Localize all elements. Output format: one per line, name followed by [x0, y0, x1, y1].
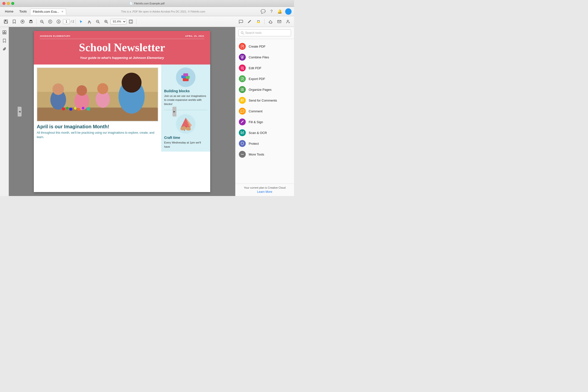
- zoom-in-btn[interactable]: [102, 18, 110, 26]
- section-divider: [164, 110, 207, 110]
- pencil-btn[interactable]: [246, 18, 254, 26]
- scan-ocr-label: Scan & OCR: [249, 131, 267, 135]
- email-btn[interactable]: [275, 18, 283, 26]
- tool-more-tools[interactable]: More Tools: [235, 149, 294, 160]
- svg-rect-48: [183, 73, 188, 76]
- newsletter-right-column: Building blocks Join us as we use our im…: [161, 64, 210, 152]
- pdf-area: ◀ JOHNSON ELEMENTARY APRIL 15, 2021 Scho…: [9, 27, 235, 196]
- sidebar-attachment-icon[interactable]: [1, 46, 8, 52]
- close-button[interactable]: [2, 2, 5, 5]
- tool-edit-pdf[interactable]: Edit PDF: [235, 62, 294, 73]
- search-tools-placeholder: Search tools: [245, 31, 262, 34]
- highlight-btn[interactable]: [255, 18, 262, 26]
- learn-more-link[interactable]: Learn More: [257, 190, 272, 194]
- zoom-out-btn2[interactable]: [94, 18, 102, 26]
- school-name: JOHNSON ELEMENTARY: [40, 35, 71, 37]
- combine-files-label: Combine Files: [249, 56, 269, 59]
- prev-page-button[interactable]: [46, 18, 54, 26]
- more-tools-label: More Tools: [249, 152, 264, 156]
- svg-rect-23: [5, 31, 6, 33]
- page-number-input[interactable]: [63, 19, 70, 24]
- right-collapse-arrow[interactable]: ▶: [173, 107, 176, 116]
- hand-tool-button[interactable]: [85, 18, 93, 26]
- pdf-file-icon: 📄: [129, 2, 133, 5]
- newsletter-top-row: JOHNSON ELEMENTARY APRIL 15, 2021: [40, 35, 204, 37]
- more-tools-icon: [239, 151, 246, 158]
- tool-scan-ocr[interactable]: Scan & OCR: [235, 127, 294, 138]
- zoom-out-button[interactable]: [38, 18, 46, 26]
- tab-fileinfo[interactable]: FileInfo.com Exa... ✕: [30, 8, 66, 15]
- svg-point-21: [287, 20, 289, 22]
- main-layout: ◀ JOHNSON ELEMENTARY APRIL 15, 2021 Scho…: [0, 27, 294, 196]
- tool-combine-files[interactable]: Combine Files: [235, 52, 294, 62]
- left-collapse-arrow[interactable]: ◀: [18, 107, 21, 116]
- tab-home[interactable]: Home: [2, 8, 16, 14]
- tool-fill-sign[interactable]: Fill & Sign: [235, 116, 294, 127]
- zoom-select[interactable]: 93.4% 50% 75% 100% 125% 150%: [111, 19, 126, 24]
- export-pdf-label: Export PDF: [249, 77, 265, 81]
- share-btn[interactable]: [267, 18, 274, 26]
- add-user-btn[interactable]: [284, 18, 292, 26]
- svg-rect-2: [5, 22, 7, 23]
- select-tool-button[interactable]: [77, 18, 85, 26]
- svg-point-78: [242, 154, 243, 155]
- tool-export-pdf[interactable]: Export PDF: [235, 73, 294, 84]
- next-page-button[interactable]: [55, 18, 62, 26]
- separator-4: [264, 19, 265, 24]
- tab-close-button[interactable]: ✕: [61, 10, 63, 13]
- edit-pdf-label: Edit PDF: [249, 66, 261, 70]
- svg-rect-66: [241, 90, 242, 91]
- comment-btn[interactable]: [237, 18, 245, 26]
- svg-line-15: [107, 22, 108, 23]
- svg-rect-64: [241, 88, 242, 90]
- upload-button[interactable]: [19, 18, 26, 26]
- toolbar: / 2 93.4% 50% 75% 100% 125% 150%: [0, 16, 294, 27]
- svg-line-7: [43, 22, 44, 23]
- craft-time-image: [176, 114, 196, 134]
- print-button[interactable]: [27, 18, 35, 26]
- building-blocks-section: Building blocks Join us as we use our im…: [164, 68, 207, 106]
- building-blocks-image: [176, 68, 196, 87]
- title-bar: 📄 FileInfo.com Example.pdf: [0, 0, 294, 7]
- tool-create-pdf[interactable]: Create PDF: [235, 41, 294, 52]
- tool-organize-pages[interactable]: Organize Pages: [235, 84, 294, 95]
- newsletter-left-column: April is our Imagination Month! All thro…: [34, 64, 161, 152]
- tab-fileinfo-label: FileInfo.com Exa...: [33, 10, 59, 14]
- avatar[interactable]: [285, 8, 292, 15]
- send-for-comments-label: Send for Comments: [249, 98, 277, 102]
- help-icon[interactable]: ?: [268, 8, 274, 14]
- tool-comment[interactable]: Comment: [235, 106, 294, 116]
- combine-files-icon: [239, 54, 246, 60]
- notification-icon[interactable]: 🔔: [277, 8, 283, 14]
- sidebar-thumbnail-icon[interactable]: [1, 29, 8, 36]
- fill-sign-label: Fill & Sign: [249, 120, 263, 124]
- search-tools-input[interactable]: Search tools: [238, 30, 291, 36]
- svg-point-39: [69, 108, 72, 111]
- tool-protect[interactable]: Protect: [235, 138, 294, 149]
- sidebar-bookmark-icon[interactable]: [1, 37, 8, 44]
- svg-point-37: [62, 107, 65, 110]
- minimize-button[interactable]: [7, 2, 10, 5]
- newsletter-header: JOHNSON ELEMENTARY APRIL 15, 2021 School…: [34, 31, 210, 64]
- svg-point-43: [86, 107, 90, 111]
- bookmark-button[interactable]: [10, 18, 18, 26]
- create-pdf-label: Create PDF: [249, 45, 266, 48]
- tool-send-for-comments[interactable]: Send for Comments: [235, 95, 294, 106]
- organize-pages-label: Organize Pages: [249, 88, 271, 92]
- svg-rect-24: [3, 33, 4, 34]
- tab-tools[interactable]: Tools: [17, 8, 29, 14]
- svg-line-12: [98, 22, 99, 23]
- menu-right-icons: 💬 ? 🔔: [260, 8, 292, 15]
- toolbar-right: [237, 18, 292, 26]
- svg-rect-65: [242, 88, 244, 90]
- craft-time-title: Craft time: [164, 136, 207, 140]
- fit-page-button[interactable]: [127, 18, 135, 26]
- svg-point-55: [241, 32, 243, 34]
- svg-rect-22: [3, 31, 4, 33]
- right-panel-header: Search tools: [235, 27, 294, 39]
- maximize-button[interactable]: [11, 2, 14, 5]
- save-button[interactable]: [2, 18, 10, 26]
- left-sidebar: [0, 27, 9, 196]
- chat-icon[interactable]: 💬: [260, 8, 266, 14]
- svg-rect-25: [5, 33, 6, 34]
